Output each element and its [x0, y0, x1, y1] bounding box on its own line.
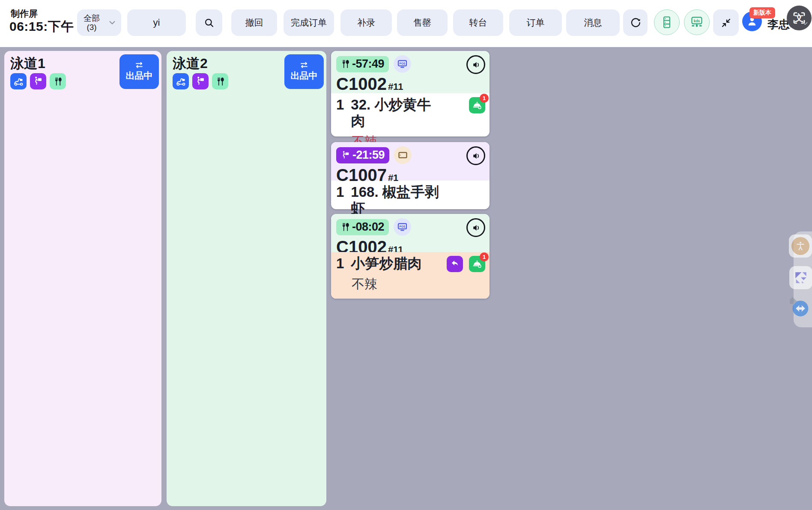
card-body-highlighted: 1 小笋炒腊肉 1 不辣 — [331, 252, 490, 299]
pos-source-icon — [394, 55, 411, 73]
search-box — [127, 9, 186, 36]
speaker-button[interactable] — [466, 55, 485, 74]
lane-channel-chips — [173, 73, 228, 89]
user-menu-chevron-icon — [801, 20, 809, 27]
speaker-button[interactable] — [466, 218, 485, 237]
lane1-serving-status-button[interactable]: 出品中 — [119, 54, 159, 89]
item-name: 168. 椒盐手剥虾 — [351, 184, 442, 216]
lane-2: 泳道2 出品中 — [167, 51, 326, 506]
search-icon — [203, 17, 215, 29]
serving-label: 出品中 — [126, 70, 153, 82]
serve-dish-button[interactable]: 1 — [469, 97, 485, 113]
refresh-icon — [630, 17, 642, 29]
lane2-serving-status-button[interactable]: 出品中 — [284, 54, 324, 89]
lane-filter-dropdown[interactable]: 全部 (3) — [77, 9, 121, 36]
item-name: 小笋炒腊肉 — [351, 255, 421, 272]
pickup-icon — [30, 73, 46, 89]
item-qty: 1 — [336, 97, 344, 129]
filter-label: 全部 — [84, 14, 100, 23]
timer-badge: -21:59 — [336, 147, 389, 163]
card-header: -21:59 C1007#1 — [331, 142, 490, 181]
count-badge: 1 — [480, 94, 489, 103]
order-item[interactable]: 1 168. 椒盐手剥虾 — [336, 183, 484, 216]
new-version-badge: 新版本 — [749, 7, 775, 18]
delivery-scooter-icon — [173, 73, 189, 89]
dine-in-icon — [341, 59, 350, 68]
card-header: -57:49 C1002#11 — [331, 51, 490, 93]
orders-button[interactable]: 订单 — [509, 9, 562, 36]
pickup-icon — [192, 73, 209, 89]
speaker-icon — [471, 59, 481, 70]
supplement-button[interactable]: 补录 — [340, 9, 392, 36]
tangram-app-button[interactable] — [789, 266, 812, 289]
refresh-button[interactable] — [623, 9, 648, 36]
clock: 06:15:下午 — [9, 18, 74, 36]
lane-title: 泳道2 — [173, 54, 208, 73]
item-qty: 1 — [336, 184, 344, 216]
count-badge: 1 — [480, 252, 489, 261]
swap-arrows-icon — [299, 62, 309, 68]
top-bar: 制作屏 06:15:下午 全部 (3) 撤回 完成订单 补录 售罄 转台 订单 … — [0, 0, 812, 47]
filter-count: (3) — [87, 23, 96, 32]
server-rack-icon — [660, 15, 674, 29]
messages-button[interactable]: 消息 — [566, 9, 620, 36]
order-card-2[interactable]: -21:59 C1007#1 1 168. 椒盐手剥虾 — [331, 142, 490, 209]
search-input[interactable] — [127, 9, 186, 36]
timer-badge: -08:02 — [336, 219, 389, 235]
pickup-icon — [341, 151, 350, 160]
transfer-table-button[interactable]: 转台 — [453, 9, 503, 36]
serving-label: 出品中 — [291, 70, 318, 82]
card-header: -08:02 C1002#11 — [331, 214, 490, 252]
dine-in-icon — [212, 73, 228, 89]
kds-screen-button[interactable] — [684, 9, 710, 35]
remote-support-button[interactable] — [789, 297, 812, 320]
swap-arrows-icon — [134, 62, 144, 68]
speaker-icon — [471, 222, 481, 233]
item-qty: 1 — [336, 255, 344, 272]
kds-production-screen: 制作屏 06:15:下午 全部 (3) 撤回 完成订单 补录 售罄 转台 订单 … — [0, 0, 812, 510]
lane-1: 泳道1 出品中 — [4, 51, 161, 506]
lane-title: 泳道1 — [10, 54, 45, 73]
accessibility-icon — [791, 237, 809, 255]
undo-button[interactable] — [447, 256, 463, 272]
serve-dish-button[interactable]: 1 — [469, 256, 485, 272]
timer-badge: -57:49 — [336, 56, 389, 72]
complete-order-button[interactable]: 完成订单 — [284, 9, 334, 36]
speaker-button[interactable] — [466, 146, 485, 165]
dine-in-icon — [50, 73, 66, 89]
recall-button[interactable]: 撤回 — [231, 9, 277, 36]
speaker-icon — [471, 151, 481, 161]
item-note: 不辣 — [352, 276, 484, 293]
order-number: C1002#11 — [336, 75, 485, 93]
delivery-scooter-icon — [10, 73, 27, 89]
collapse-arrows-icon — [720, 17, 732, 29]
exit-fullscreen-button[interactable] — [713, 9, 739, 36]
order-card-3[interactable]: -08:02 C1002#11 1 小笋炒腊肉 — [331, 214, 490, 299]
kds-monitor-icon — [690, 15, 704, 30]
search-button[interactable] — [196, 9, 222, 36]
lane-channel-chips — [10, 73, 66, 89]
tablet-source-icon — [394, 146, 412, 164]
chevron-down-icon — [107, 18, 117, 27]
item-name: 32. 小炒黄牛肉 — [351, 97, 442, 129]
undo-arrow-icon — [449, 258, 460, 270]
dine-in-icon — [341, 222, 350, 231]
pos-source-icon — [394, 218, 411, 236]
order-item[interactable]: 1 32. 小炒黄牛肉 — [336, 95, 484, 129]
puzzle-icon — [788, 295, 797, 305]
accessibility-button[interactable] — [789, 234, 812, 258]
order-card-1[interactable]: -57:49 C1002#11 1 32. 小炒黄牛肉 1 不辣 — [331, 51, 490, 136]
expediter-screen-button[interactable] — [654, 9, 680, 35]
tangram-logo-icon — [794, 270, 808, 285]
sold-out-button[interactable]: 售罄 — [397, 9, 448, 36]
